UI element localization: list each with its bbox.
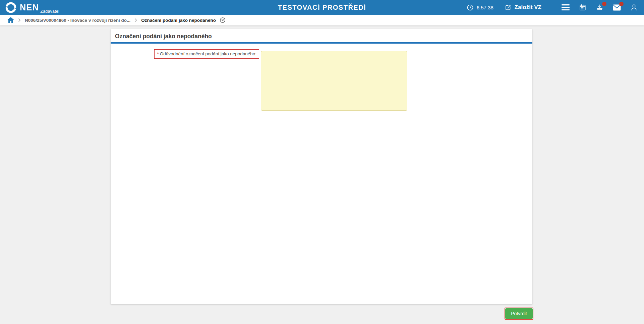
confirm-button[interactable]: Potvrdit [505,308,533,319]
brand-subtitle: Zadavatel [40,9,59,14]
nen-swirl-logo-icon [5,1,20,14]
brand-name: NEN [20,3,39,12]
create-vz-label: Založit VZ [515,4,541,11]
reason-textarea[interactable] [261,51,407,111]
edit-square-icon [505,4,512,11]
session-clock: 6:57:38 [467,4,493,11]
confirm-button-focus-ring: Potvrdit [505,308,533,320]
nen-logo[interactable]: NEN Zadavatel [5,1,59,14]
envelope-icon[interactable] [613,3,621,11]
chevron-right-icon [17,18,22,22]
environment-title: TESTOVACÍ PROSTŘEDÍ [278,0,366,15]
breadcrumb-item-procurement[interactable]: N006/25/V00004860 - Inovace v rozvoji ří… [25,18,130,23]
session-time: 6:57:38 [477,5,493,10]
chevron-right-icon [133,18,138,22]
download-tray-icon[interactable] [596,3,604,11]
calendar-icon[interactable] [579,3,587,11]
person-icon[interactable] [630,3,638,11]
header-divider [499,2,499,12]
header-actions: 6:57:38 Založit VZ [467,0,638,15]
main-content-panel: Označení podání jako nepodaného *Odůvodn… [111,29,532,304]
panel-title-row: Označení podání jako nepodaného [111,29,532,44]
page: NEN Zadavatel TESTOVACÍ PROSTŘEDÍ 6:57:3… [0,0,644,324]
clock-icon [467,4,474,11]
header-divider [547,2,547,12]
page-title: Označení podání jako nepodaného [115,33,212,40]
home-icon[interactable] [7,17,14,23]
required-marker: * [157,51,159,56]
breadcrumb: N006/25/V00004860 - Inovace v rozvoji ří… [0,15,644,25]
messages-notification-badge [619,2,624,6]
download-notification-badge [602,2,606,6]
create-vz-button[interactable]: Založit VZ [505,4,541,11]
hamburger-menu-icon[interactable] [562,3,570,11]
reason-field-label: *Odůvodnění označení podání jako nepodan… [154,49,259,59]
reason-label-text: Odůvodnění označení podání jako nepodané… [160,51,256,56]
breadcrumb-item-current[interactable]: Označení podání jako nepodaného [141,18,216,23]
close-circle-icon[interactable] [220,17,226,23]
top-header-bar: NEN Zadavatel TESTOVACÍ PROSTŘEDÍ 6:57:3… [0,0,644,15]
